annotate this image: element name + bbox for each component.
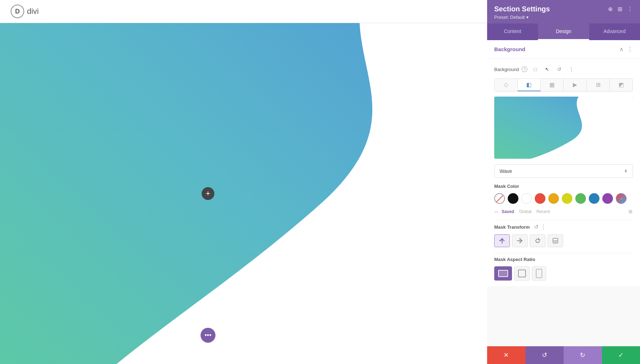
background-section: Background ∧ ⋮ Background ? □ ↖ ↺ ⋮	[487, 40, 640, 286]
bg-label-row: Background ? □ ↖ ↺ ⋮	[494, 64, 633, 74]
background-section-content: Background ? □ ↖ ↺ ⋮ ◇ ◧ ▦ ▶ ⊞ ◩	[487, 59, 640, 286]
transform-buttons	[494, 234, 633, 247]
aspect-btn-tall[interactable]	[532, 266, 546, 281]
divi-logo: D divi	[11, 5, 39, 18]
svg-rect-5	[553, 241, 558, 243]
panel-target-icon[interactable]: ⊕	[608, 6, 613, 12]
more-options-icon[interactable]: ⋮	[627, 46, 633, 53]
mask-transform-label: Mask Transform	[494, 224, 530, 230]
divi-logo-icon: D	[11, 5, 24, 18]
color-swatch-blue[interactable]	[589, 193, 599, 204]
panel-title-icons: ⊕ ⊞ ⋮	[608, 6, 633, 12]
transform-btn-rotate[interactable]	[530, 234, 545, 247]
mask-transform-label-row: Mask Transform ↺ ⋮	[494, 224, 633, 230]
panel-header: Section Settings ⊕ ⊞ ⋮ Preset: Default ▾	[487, 0, 640, 23]
bg-type-pattern[interactable]: ⊞	[587, 79, 610, 91]
bg-label: Background	[494, 67, 519, 72]
bg-type-gradient[interactable]: ◧	[518, 79, 541, 91]
bg-type-tabs: ◇ ◧ ▦ ▶ ⊞ ◩	[494, 78, 633, 92]
wave-dropdown-arrow-icon: ⬍	[624, 169, 628, 174]
redo-button[interactable]: ↻	[564, 346, 602, 364]
divider-2	[494, 253, 633, 253]
color-swatch-yellow[interactable]	[562, 193, 572, 204]
cancel-button[interactable]: ✕	[487, 346, 526, 364]
divi-logo-text: divi	[27, 7, 39, 16]
transform-btn-flip-v[interactable]	[512, 234, 528, 247]
transform-btn-invert[interactable]	[548, 234, 563, 247]
mask-transform-more-icon[interactable]: ⋮	[541, 224, 546, 230]
color-swatch-gradient[interactable]: ⟋	[616, 193, 626, 204]
color-tab-global[interactable]: Global	[518, 208, 533, 215]
add-button[interactable]: +	[202, 187, 214, 200]
color-swatches: ⟋	[494, 193, 633, 204]
color-swatch-orange[interactable]	[548, 193, 559, 204]
bg-type-color[interactable]: ◇	[495, 79, 518, 91]
panel-body: Background ∧ ⋮ Background ? □ ↖ ↺ ⋮	[487, 40, 640, 346]
tab-design[interactable]: Design	[538, 23, 589, 40]
tab-advanced[interactable]: Advanced	[589, 23, 640, 40]
wave-gradient-svg	[0, 23, 487, 364]
background-section-header: Background ∧ ⋮	[487, 40, 640, 59]
panel-actions: ✕ ↺ ↻ ✓	[487, 346, 640, 364]
tab-content[interactable]: Content	[487, 23, 538, 40]
mask-transform-reset-icon[interactable]: ↺	[534, 224, 539, 230]
wave-dropdown[interactable]: Wave ⬍	[494, 164, 633, 178]
divi-header: D divi	[0, 0, 487, 23]
divider-1	[494, 220, 633, 220]
bg-cursor-icon[interactable]: ↖	[542, 64, 552, 74]
color-tab-saved[interactable]: Saved	[500, 208, 516, 215]
aspect-btn-wide[interactable]	[494, 266, 512, 281]
more-dots-icon[interactable]: ···	[494, 207, 498, 216]
color-swatch-purple[interactable]	[602, 193, 613, 204]
canvas-content: + •••	[0, 23, 487, 364]
bg-desktop-icon[interactable]: □	[530, 64, 540, 74]
color-tab-recent[interactable]: Recent	[535, 208, 551, 215]
wave-dropdown-label: Wave	[500, 168, 512, 174]
panel-preset[interactable]: Preset: Default ▾	[494, 15, 633, 20]
panel-grid-icon[interactable]: ⊞	[618, 6, 622, 12]
bg-help-icon[interactable]: ?	[522, 66, 527, 72]
color-swatch-white[interactable]	[521, 193, 532, 204]
mask-transform-icons: ↺ ⋮	[534, 224, 546, 230]
bg-reset-icon[interactable]: ↺	[554, 64, 564, 74]
color-tabs-row: ··· Saved Global Recent ⚙	[494, 207, 633, 216]
collapse-icon[interactable]: ∧	[619, 46, 624, 53]
color-swatch-black[interactable]	[508, 193, 518, 204]
aspect-btn-square[interactable]	[514, 266, 530, 281]
color-swatch-red[interactable]	[535, 193, 545, 204]
panel-more-icon[interactable]: ⋮	[627, 6, 633, 12]
panel-title: Section Settings	[494, 5, 550, 13]
background-section-title: Background	[494, 46, 526, 52]
section-header-icons: ∧ ⋮	[619, 46, 633, 53]
save-button[interactable]: ✓	[602, 346, 640, 364]
color-settings-icon[interactable]: ⚙	[628, 209, 633, 214]
panel-tabs: Content Design Advanced	[487, 23, 640, 40]
mask-color-label: Mask Color	[494, 184, 633, 189]
mask-aspect-ratio-label: Mask Aspect Ratio	[494, 257, 633, 262]
color-swatch-transparent[interactable]	[494, 193, 505, 204]
bg-icons-row: □ ↖ ↺ ⋮	[530, 64, 576, 74]
transform-btn-flip-h[interactable]	[494, 234, 510, 247]
gradient-preview[interactable]	[494, 97, 633, 159]
bg-more-icon[interactable]: ⋮	[566, 64, 576, 74]
dots-button[interactable]: •••	[201, 328, 215, 343]
aspect-buttons	[494, 266, 633, 281]
right-panel: Section Settings ⊕ ⊞ ⋮ Preset: Default ▾…	[487, 0, 640, 364]
bg-type-image[interactable]: ▦	[541, 79, 564, 91]
bg-type-mask[interactable]: ◩	[610, 79, 633, 91]
undo-button[interactable]: ↺	[526, 346, 564, 364]
canvas-area: D divi +	[0, 0, 487, 364]
color-swatch-green[interactable]	[575, 193, 586, 204]
bg-type-video[interactable]: ▶	[564, 79, 587, 91]
